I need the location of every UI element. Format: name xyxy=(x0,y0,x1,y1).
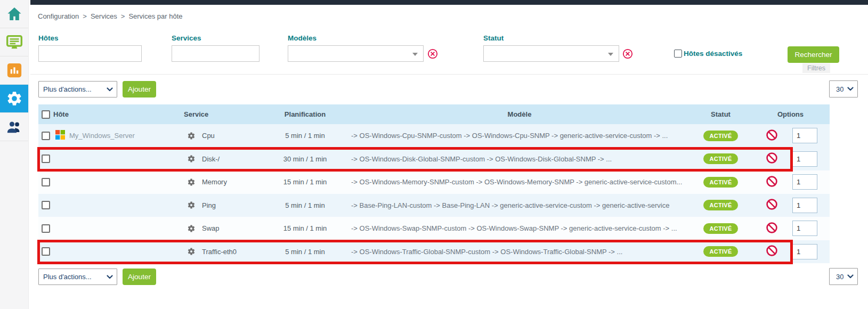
column-header-modele: Modèle xyxy=(349,110,690,118)
status-badge: ACTIVÉ xyxy=(703,200,737,210)
hosts-filter-label: Hôtes xyxy=(38,34,59,42)
planification-value: 30 min / 1 min xyxy=(261,155,349,163)
sidebar-item-monitoring[interactable] xyxy=(0,28,28,56)
modele-value: -> Base-Ping-LAN-custom -> Base-Ping-LAN… xyxy=(349,201,690,209)
hosts-filter-input[interactable] xyxy=(38,45,142,62)
more-actions-select[interactable]: Plus d'actions... xyxy=(38,269,117,285)
disable-icon[interactable] xyxy=(766,129,778,141)
service-name[interactable]: Traffic-eth0 xyxy=(202,248,237,256)
disable-icon[interactable] xyxy=(766,198,778,210)
more-actions-select[interactable]: Plus d'actions... xyxy=(38,81,117,97)
disable-icon[interactable] xyxy=(766,152,778,164)
row-checkbox[interactable] xyxy=(42,247,50,256)
status-badge: ACTIVÉ xyxy=(703,153,737,164)
status-badge: ACTIVÉ xyxy=(703,177,737,188)
templates-filter-select[interactable] xyxy=(288,45,424,62)
order-input[interactable] xyxy=(792,198,817,213)
planification-value: 5 min / 1 min xyxy=(261,248,349,256)
modele-value: -> OS-Windows-Disk-Global-SNMP-custom ->… xyxy=(349,155,690,163)
order-input[interactable] xyxy=(792,174,817,190)
page: Configuration>Services>Services par hôte… xyxy=(0,0,868,309)
column-header-statut: Statut xyxy=(690,110,751,118)
add-button-top[interactable]: Ajouter xyxy=(123,81,156,97)
add-button-bottom[interactable]: Ajouter xyxy=(123,269,156,285)
breadcrumb-item[interactable]: Services xyxy=(91,12,117,20)
planification-value: 15 min / 1 min xyxy=(261,178,349,186)
row-checkbox[interactable] xyxy=(42,178,50,186)
order-input[interactable] xyxy=(792,221,817,236)
more-actions-select-top[interactable]: Plus d'actions... xyxy=(38,81,117,97)
top-bar xyxy=(30,0,868,5)
page-size-select[interactable]: 30 xyxy=(829,268,858,285)
sidebar-item-reporting[interactable] xyxy=(0,56,28,85)
clear-templates-filter-icon[interactable] xyxy=(427,48,438,59)
table-body: My_Windows_Server Cpu 5 min / 1 min -> O… xyxy=(38,124,830,263)
gear-icon xyxy=(187,224,196,233)
breadcrumb-item: Services par hôte xyxy=(128,12,182,20)
service-name[interactable]: Swap xyxy=(202,224,220,232)
breadcrumb-item[interactable]: Configuration xyxy=(38,12,79,20)
order-input[interactable] xyxy=(792,128,817,143)
column-header-hote: Hôte xyxy=(53,110,184,118)
row-checkbox[interactable] xyxy=(42,132,50,140)
page-size-select[interactable]: 30 xyxy=(829,80,858,97)
planification-value: 15 min / 1 min xyxy=(261,224,349,232)
modele-value: -> OS-Windows-Memory-SNMP-custom -> OS-W… xyxy=(349,178,690,186)
table-row: My_Windows_Server Cpu 5 min / 1 min -> O… xyxy=(38,124,830,148)
row-checkbox[interactable] xyxy=(42,154,50,163)
service-name[interactable]: Disk-/ xyxy=(202,155,220,163)
breadcrumb: Configuration>Services>Services par hôte xyxy=(38,12,183,20)
filter-divider xyxy=(30,74,868,75)
status-filter-select[interactable] xyxy=(483,45,619,62)
host-name[interactable]: My_Windows_Server xyxy=(69,132,135,140)
services-filter-input[interactable] xyxy=(172,45,259,62)
row-checkbox[interactable] xyxy=(42,201,50,209)
monitor-list-icon xyxy=(5,33,23,51)
status-filter-label: Statut xyxy=(483,34,504,42)
disable-icon[interactable] xyxy=(766,245,778,257)
gear-icon xyxy=(187,247,196,256)
row-checkbox[interactable] xyxy=(42,224,50,233)
table-row: Swap 15 min / 1 min -> OS-Windows-Swap-S… xyxy=(38,217,830,240)
breadcrumb-separator: > xyxy=(121,12,125,20)
status-badge: ACTIVÉ xyxy=(703,223,737,234)
column-header-options: Options xyxy=(751,110,830,118)
clear-status-filter-icon[interactable] xyxy=(622,48,633,59)
select-all-checkbox[interactable] xyxy=(42,110,50,119)
home-icon xyxy=(6,5,23,22)
sidebar xyxy=(0,0,29,309)
order-input[interactable] xyxy=(792,244,817,259)
hosts-disabled-label[interactable]: Hôtes désactivés xyxy=(684,50,742,58)
service-name[interactable]: Cpu xyxy=(202,132,215,140)
windows-logo-icon xyxy=(55,130,65,141)
table-row: Traffic-eth0 5 min / 1 min -> OS-Windows… xyxy=(38,240,830,264)
sidebar-item-administration[interactable] xyxy=(0,113,28,141)
disable-icon[interactable] xyxy=(766,175,778,188)
sidebar-item-configuration[interactable] xyxy=(0,85,28,113)
hosts-disabled-checkbox[interactable] xyxy=(674,50,682,58)
page-size-select-top[interactable]: 30 xyxy=(829,80,858,97)
search-button[interactable]: Rechercher xyxy=(788,46,839,63)
sidebar-item-home[interactable] xyxy=(0,0,28,28)
table-row: Memory 15 min / 1 min -> OS-Windows-Memo… xyxy=(38,170,830,194)
templates-filter-label: Modèles xyxy=(288,34,317,42)
table-row: Ping 5 min / 1 min -> Base-Ping-LAN-cust… xyxy=(38,194,830,217)
service-name[interactable]: Memory xyxy=(202,178,227,186)
modele-value: -> OS-Windows-Cpu-SNMP-custom -> OS-Wind… xyxy=(349,132,690,140)
bar-chart-icon xyxy=(6,62,22,78)
gear-icon xyxy=(187,178,196,186)
status-badge: ACTIVÉ xyxy=(703,246,737,257)
page-size-select-bottom[interactable]: 30 xyxy=(829,268,858,285)
disable-icon[interactable] xyxy=(766,222,778,234)
service-name[interactable]: Ping xyxy=(202,201,216,209)
table-row: Disk-/ 30 min / 1 min -> OS-Windows-Disk… xyxy=(38,148,830,171)
gear-icon xyxy=(6,90,23,107)
services-filter-label: Services xyxy=(172,34,201,42)
order-input[interactable] xyxy=(792,151,817,167)
planification-value: 5 min / 1 min xyxy=(261,132,349,140)
modele-value: -> OS-Windows-Traffic-Global-SNMP-custom… xyxy=(349,248,690,256)
more-actions-select-bottom[interactable]: Plus d'actions... xyxy=(38,269,117,285)
modele-value: -> OS-Windows-Swap-SNMP-custom -> OS-Win… xyxy=(349,224,690,232)
table-header: Hôte Service Planification Modèle Statut… xyxy=(38,104,830,124)
users-icon xyxy=(6,118,23,135)
